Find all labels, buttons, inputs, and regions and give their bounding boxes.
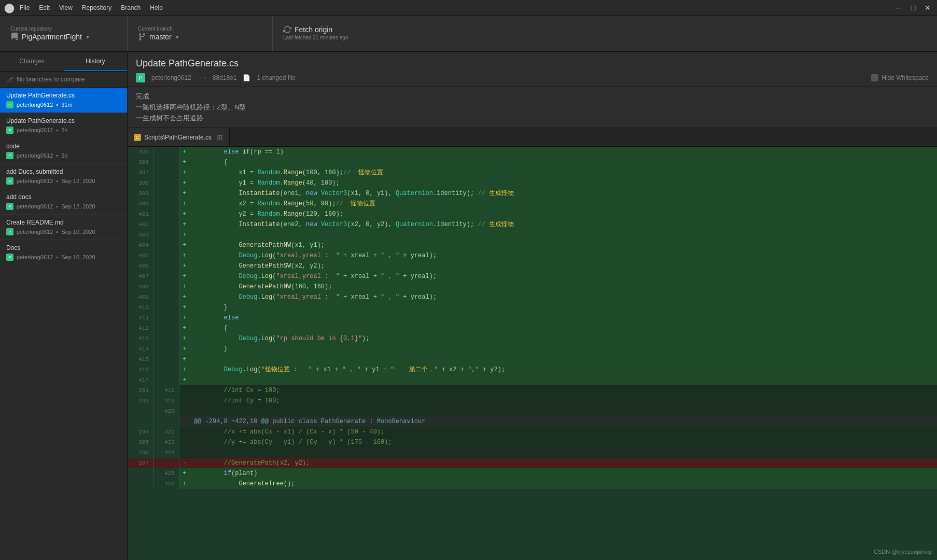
menu-branch[interactable]: Branch — [117, 3, 145, 12]
commit-item[interactable]: code P peterlong0612 • 3d — [0, 138, 127, 164]
diff-content: Instantiate(ene1, new Vector3(x1, 0, y1)… — [190, 188, 937, 199]
repo-section[interactable]: Current repository PigApartmentFight ▼ — [0, 16, 128, 51]
line-old: 397 — [128, 167, 153, 178]
diff-indicator: + — [179, 271, 190, 282]
diff-content: //GeneratePath(x2, y2); — [190, 458, 937, 468]
main-layout: Changes History ⎇ No branches to compare… — [0, 52, 937, 560]
line-new — [153, 250, 179, 261]
maximize-button[interactable]: □ — [908, 3, 918, 13]
line-new — [153, 261, 179, 271]
commit-meta: P peterlong0612 • 31m — [6, 101, 121, 108]
diff-indicator: + — [179, 199, 190, 209]
diff-content — [190, 406, 937, 416]
commit-title-main: Update PathGenerate.cs — [136, 58, 929, 69]
menu-help[interactable]: Help — [146, 3, 167, 12]
branch-name: master — [149, 33, 172, 41]
diff-indicator: + — [179, 167, 190, 178]
commit-author: peterlong0612 — [17, 152, 53, 159]
commit-item[interactable]: add docs P peterlong0612 • Sep 12, 2020 — [0, 189, 127, 215]
avatar: P — [6, 101, 13, 108]
commit-item[interactable]: Update PathGenerate.cs P peterlong0612 •… — [0, 113, 127, 138]
diff-indicator — [179, 396, 190, 406]
avatar: P — [6, 177, 13, 185]
diff-content: } — [190, 344, 937, 354]
commit-time: 3h — [61, 127, 67, 133]
diff-content: //int Cy = 100; — [190, 396, 937, 406]
toolbar: Current repository PigApartmentFight ▼ C… — [0, 16, 937, 52]
menu-view[interactable]: View — [55, 3, 77, 12]
line-new — [153, 147, 179, 157]
hide-whitespace-toggle[interactable]: Hide Whitespace — [871, 74, 929, 81]
commit-item[interactable]: Docs P peterlong0612 • Sep 10, 2020 — [0, 240, 127, 265]
line-new — [153, 209, 179, 219]
commit-author: peterlong0612 — [17, 127, 53, 133]
commit-title: add Ducs, submitted — [6, 168, 121, 175]
line-old: 399 — [128, 188, 153, 199]
minimize-button[interactable]: ─ — [893, 3, 904, 13]
line-new — [153, 271, 179, 282]
file-tab[interactable]: C Scripts\PathGenerate.cs ⊞ — [128, 128, 230, 146]
commit-time: 31m — [61, 102, 72, 108]
whitespace-checkbox[interactable] — [871, 74, 878, 81]
tab-changes[interactable]: Changes — [0, 52, 64, 71]
menu-file[interactable]: File — [16, 3, 34, 12]
branch-compare[interactable]: ⎇ No branches to compare — [0, 72, 127, 88]
window-controls: ─ □ ✕ — [893, 3, 933, 13]
commit-title: Update PathGenerate.cs — [6, 92, 121, 99]
diff-line: 396 + { — [128, 157, 937, 167]
diff-indicator — [179, 437, 190, 447]
menu-repository[interactable]: Repository — [78, 3, 116, 12]
line-new — [153, 157, 179, 167]
line-old: 296 — [128, 447, 153, 458]
line-new — [153, 344, 179, 354]
line-old: 408 — [128, 282, 153, 292]
avatar: P — [6, 152, 13, 159]
diff-indicator — [179, 385, 190, 396]
commit-description: 完成 一随机选择两种随机路径：Z型、N型 一生成树不会占用道路 — [128, 87, 937, 128]
diff-indicator: + — [179, 479, 190, 489]
repo-value: PigApartmentFight ▼ — [10, 33, 117, 41]
diff-viewer[interactable]: 395 + else if(rp == 1) 396 + { 397 + x1 … — [128, 147, 937, 560]
line-new — [153, 375, 179, 385]
branch-label: Current branch — [138, 26, 262, 32]
diff-content: Debug.Log("xreal,yreal : " + xreal + " ,… — [190, 271, 937, 282]
diff-line: 417 + — [128, 375, 937, 385]
diff-content: Debug.Log("怪物位置 : " + x1 + " , " + y1 + … — [190, 365, 937, 375]
diff-line: 291 418 //int Cx = 100; — [128, 385, 937, 396]
commit-item[interactable]: add Ducs, submitted P peterlong0612 • Se… — [0, 164, 127, 189]
commit-time: Sep 12, 2020 — [61, 203, 95, 209]
file-icon: C — [134, 134, 141, 141]
close-button[interactable]: ✕ — [922, 3, 933, 13]
line-new — [153, 458, 179, 468]
file-tab-close-button[interactable]: ⊞ — [217, 133, 223, 142]
line-new — [153, 416, 179, 427]
diff-indicator: + — [179, 365, 190, 375]
line-old: 297 — [128, 458, 153, 468]
commit-item[interactable]: Update PathGenerate.cs P peterlong0612 •… — [0, 88, 127, 113]
line-new — [153, 199, 179, 209]
branch-chevron: ▼ — [175, 34, 180, 40]
tab-history[interactable]: History — [64, 52, 128, 71]
file-tab-name: Scripts\PathGenerate.cs — [144, 134, 212, 141]
commit-author: peterlong0612 — [17, 229, 53, 235]
branch-section[interactable]: Current branch master ▼ — [128, 16, 273, 51]
line-new — [153, 313, 179, 323]
diff-indicator — [179, 406, 190, 416]
menu-edit[interactable]: Edit — [35, 3, 54, 12]
diff-content: x1 = Random.Range(100, 160);// 怪物位置 — [190, 167, 937, 178]
diff-indicator — [179, 427, 190, 437]
line-old — [128, 479, 153, 489]
diff-indicator: + — [179, 178, 190, 188]
line-old: 413 — [128, 333, 153, 344]
watermark: CSDN @biyezuopinvip — [874, 549, 932, 555]
line-new — [153, 230, 179, 240]
fetch-section[interactable]: Fetch origin Last fetched 31 minutes ago — [273, 16, 418, 51]
commit-list: Update PathGenerate.cs P peterlong0612 •… — [0, 88, 127, 560]
fetch-value: Fetch origin — [283, 25, 408, 34]
branch-compare-label: No branches to compare — [17, 76, 85, 83]
line-old: 409 — [128, 292, 153, 302]
commit-item[interactable]: Create README.md P peterlong0612 • Sep 1… — [0, 215, 127, 240]
commit-title: code — [6, 143, 121, 150]
desc-line-3: 一生成树不会占用道路 — [136, 113, 929, 124]
desc-line-1: 完成 — [136, 91, 929, 102]
